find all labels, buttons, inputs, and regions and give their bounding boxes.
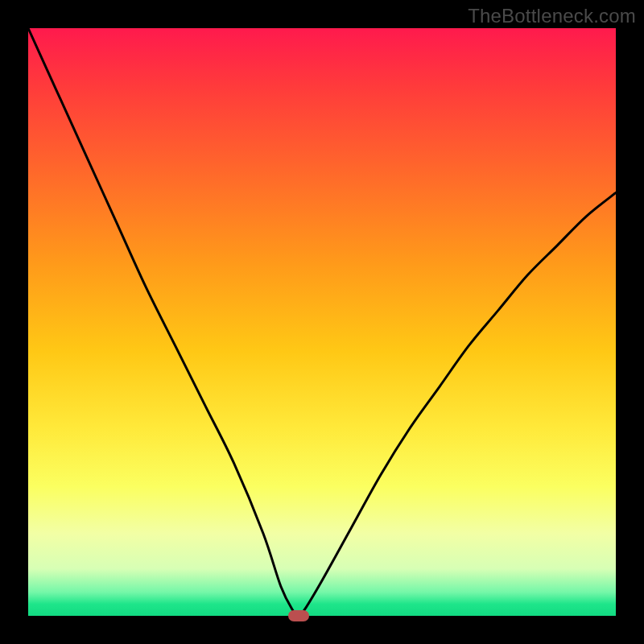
optimal-point-marker <box>288 610 309 621</box>
bottleneck-curve <box>28 28 616 616</box>
plot-area <box>28 28 616 616</box>
curve-svg <box>28 28 616 616</box>
chart-frame: TheBottleneck.com <box>0 0 644 644</box>
watermark-text: TheBottleneck.com <box>468 5 636 27</box>
